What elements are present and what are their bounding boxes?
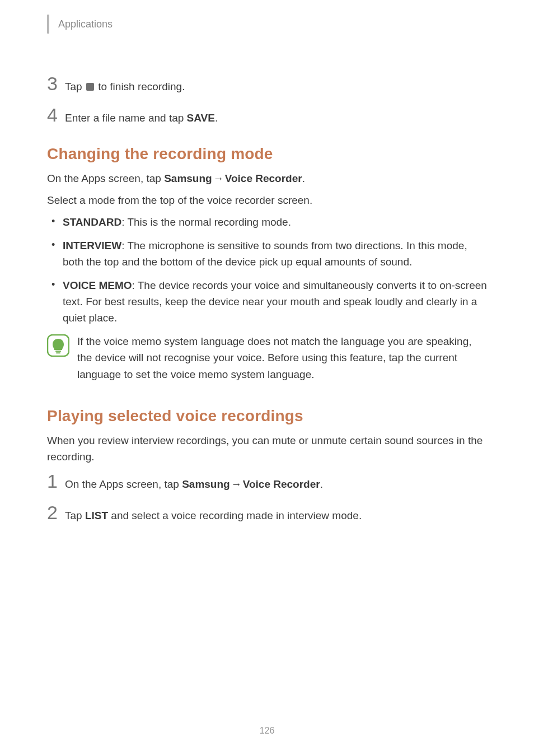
text-span: .: [320, 478, 323, 490]
step-number: 3: [47, 74, 65, 93]
text-span: .: [215, 112, 218, 124]
arrow-icon: →: [231, 477, 242, 492]
section-heading: Playing selected voice recordings: [47, 407, 489, 425]
list-item: STANDARD: This is the normal recording m…: [63, 214, 489, 230]
text-span: Enter a file name and tap: [65, 112, 187, 124]
svg-rect-2: [56, 352, 60, 353]
step-row: 1 On the Apps screen, tap Samsung → Voic…: [47, 472, 489, 492]
step-text: Enter a file name and tap SAVE.: [65, 106, 218, 125]
step-row: 2 Tap LIST and select a voice recording …: [47, 503, 489, 523]
header: Applications: [47, 15, 489, 34]
step-row: 4 Enter a file name and tap SAVE.: [47, 105, 489, 125]
note: If the voice memo system language does n…: [47, 333, 489, 382]
step-text: Tap LIST and select a voice recording ma…: [65, 504, 362, 523]
text-span: and select a voice recording made in int…: [108, 510, 362, 521]
text-span: .: [302, 172, 305, 184]
step-text: On the Apps screen, tap Samsung → Voice …: [65, 473, 323, 492]
body-text: On the Apps screen, tap Samsung → Voice …: [47, 171, 489, 187]
note-icon: [47, 334, 69, 359]
text-bold: LIST: [85, 510, 108, 521]
text-span: : The microphone is sensitive to sounds …: [63, 240, 467, 268]
bullet-list: STANDARD: This is the normal recording m…: [47, 214, 489, 326]
page: Applications 3 Tap to finish recording. …: [0, 0, 534, 756]
step-row: 3 Tap to finish recording.: [47, 74, 489, 94]
text-span: On the Apps screen, tap: [47, 172, 164, 184]
text-bold: Voice Recorder: [243, 478, 320, 490]
breadcrumb: Applications: [58, 18, 113, 30]
text-span: : This is the normal recording mode.: [121, 216, 291, 228]
text-bold: STANDARD: [63, 216, 121, 228]
text-span: Tap: [65, 510, 85, 521]
header-rule: [47, 15, 49, 34]
page-number: 126: [0, 726, 534, 736]
text-bold: SAVE: [187, 112, 215, 124]
step-text: Tap to finish recording.: [65, 75, 185, 94]
arrow-icon: →: [213, 171, 224, 187]
step-number: 4: [47, 105, 65, 124]
body-text: When you review interview recordings, yo…: [47, 433, 489, 465]
step-number: 1: [47, 472, 65, 491]
text-span: to finish recording.: [95, 81, 185, 92]
list-item: INTERVIEW: The microphone is sensitive t…: [63, 237, 489, 270]
text-bold: Samsung: [182, 478, 230, 490]
body-text: Select a mode from the top of the voice …: [47, 193, 489, 209]
svg-rect-1: [55, 351, 61, 352]
note-text: If the voice memo system language does n…: [77, 333, 489, 382]
text-bold: Voice Recorder: [225, 172, 302, 184]
stop-icon: [86, 83, 94, 91]
step-number: 2: [47, 503, 65, 522]
text-span: Tap: [65, 81, 85, 92]
text-bold: VOICE MEMO: [63, 279, 132, 291]
list-item: VOICE MEMO: The device records your voic…: [63, 277, 489, 326]
text-bold: INTERVIEW: [63, 240, 121, 251]
text-bold: Samsung: [164, 172, 212, 184]
section-heading: Changing the recording mode: [47, 145, 489, 163]
text-span: On the Apps screen, tap: [65, 478, 182, 490]
